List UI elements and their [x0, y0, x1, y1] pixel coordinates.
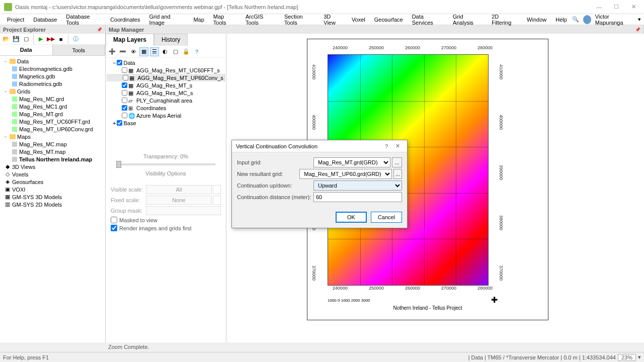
zoom-complete-status: Zoom Complete.: [108, 344, 149, 350]
pe-view-icon[interactable]: ▢: [22, 35, 30, 43]
tree-db-item[interactable]: Electromagnetics.gdb: [1, 65, 104, 72]
pe-play-icon[interactable]: ▶: [37, 35, 45, 43]
cancel-button[interactable]: Cancel: [371, 212, 402, 223]
pe-info-icon[interactable]: ⓘ: [71, 35, 79, 43]
tree-voxels[interactable]: ◇Voxels: [1, 170, 104, 178]
input-grid-browse-button[interactable]: ...: [392, 157, 402, 167]
masked-checkbox[interactable]: [111, 217, 117, 223]
tree-data-folder[interactable]: −Data: [1, 57, 104, 65]
tree-db-item[interactable]: Radiometrics.gdb: [1, 80, 104, 87]
mm-square-icon[interactable]: ▢: [171, 47, 180, 56]
fixed-scale-spin[interactable]: [213, 196, 221, 205]
tree-db-item[interactable]: Magnetics.gdb: [1, 72, 104, 80]
ok-button[interactable]: OK: [336, 212, 367, 223]
tab-history[interactable]: History: [154, 34, 188, 46]
layer-item[interactable]: ▦AGG_Mag_Res_MC_s: [107, 89, 225, 97]
layer-item[interactable]: ▱PLY_Curraghinalt area: [107, 97, 225, 104]
visible-scale-field[interactable]: All: [146, 185, 212, 194]
menu-window[interactable]: Window: [523, 16, 550, 24]
tree-map-item-active[interactable]: Tellus Northern Ireland.map: [1, 155, 104, 163]
layer-item[interactable]: ▦AGG_Mag_Res_MT_UP60Conv_s: [107, 74, 225, 81]
menu-map-tools[interactable]: Map Tools: [209, 13, 240, 27]
direction-label: Continuation up/down:: [237, 183, 313, 189]
tree-map-item[interactable]: Mag_Res_MC.map: [1, 140, 104, 148]
pin-icon[interactable]: 📌: [635, 27, 640, 32]
menu-help[interactable]: Help: [551, 16, 571, 24]
layer-item[interactable]: ⊞Coordinates: [107, 104, 225, 112]
menu-3dview[interactable]: 3D View: [319, 13, 347, 27]
zoom-dropdown-icon[interactable]: ▾: [638, 354, 641, 360]
maximize-button[interactable]: ☐: [610, 3, 623, 12]
tab-data[interactable]: Data: [0, 45, 53, 55]
mm-grid-icon[interactable]: ▦: [139, 47, 148, 56]
direction-select[interactable]: Upward: [313, 180, 402, 191]
group-mask-field[interactable]: [146, 206, 221, 215]
menu-grid-analysis[interactable]: Grid Analysis: [449, 13, 487, 27]
input-grid-select[interactable]: Mag_Res_MT.grd(GRD): [313, 157, 390, 167]
mm-shadow-icon[interactable]: ◐: [160, 47, 170, 56]
menu-project[interactable]: Project: [3, 16, 28, 24]
tree-geosurfaces[interactable]: ◈Geosurfaces: [1, 178, 104, 186]
tree-3dviews[interactable]: ◆3D Views: [1, 163, 104, 170]
menubar: Project Database Database Tools Coordina…: [0, 14, 644, 25]
visible-scale-spin[interactable]: [213, 185, 221, 194]
layer-item[interactable]: ▦AGG_Mag_Res_MT_UC60FFT_s: [107, 66, 225, 74]
tree-maps-folder[interactable]: −Maps: [1, 133, 104, 140]
tree-map-item[interactable]: Mag_Res_MT.map: [1, 148, 104, 155]
user-avatar[interactable]: [583, 15, 591, 24]
tree-voxi[interactable]: ▣VOXI: [1, 186, 104, 193]
pe-ff-icon[interactable]: ▶▶: [47, 35, 55, 43]
pe-stop-icon[interactable]: ■: [57, 35, 65, 43]
mm-add-icon[interactable]: ➕: [108, 47, 117, 56]
user-name: Victor Mapuranga: [595, 14, 634, 26]
transparency-slider[interactable]: [116, 163, 215, 165]
tree-grid-item[interactable]: Mag_Res_MT_UC60FFT.grd: [1, 118, 104, 125]
tree-gmsys3d[interactable]: ▦GM-SYS 3D Models: [1, 193, 104, 201]
tree-grid-item[interactable]: Mag_Res_MT.grd: [1, 110, 104, 118]
tab-map-layers[interactable]: Map Layers: [106, 34, 154, 46]
zoom-level[interactable]: 23%: [618, 354, 636, 361]
menu-data-services[interactable]: Data Services: [408, 13, 448, 27]
statusbar: For Help, press F1 | Data | TM65 / *Tran…: [0, 352, 644, 362]
close-button[interactable]: ✕: [627, 3, 640, 12]
user-dropdown-icon[interactable]: ▾: [638, 16, 641, 23]
dialog-help-button[interactable]: ?: [381, 143, 392, 149]
layer-item[interactable]: 🌐Azure Maps Aerial: [107, 112, 225, 119]
menu-arcgis-tools[interactable]: ArcGIS Tools: [242, 13, 279, 27]
distance-input[interactable]: [313, 192, 402, 202]
pe-save-icon[interactable]: 💾: [12, 35, 20, 43]
project-explorer-title: Project Explorer📌: [0, 25, 106, 34]
menu-2d-filtering[interactable]: 2D Filtering: [488, 13, 522, 27]
mm-help-icon[interactable]: ?: [192, 47, 201, 56]
menu-database-tools[interactable]: Database Tools: [62, 13, 105, 27]
mm-view-icon[interactable]: 👁: [129, 47, 138, 56]
fixed-scale-field[interactable]: None: [146, 196, 212, 205]
menu-map[interactable]: Map: [189, 16, 208, 24]
new-grid-browse-button[interactable]: ...: [393, 169, 402, 179]
tree-grid-item[interactable]: Mag_Res_MC.grd: [1, 95, 104, 103]
tree-grid-item[interactable]: Mag_Res_MC1.grd: [1, 103, 104, 110]
new-grid-select[interactable]: Mag_Res_MT_UP60.grd(GRD): [299, 169, 392, 179]
minimize-button[interactable]: —: [593, 3, 606, 12]
menu-grid-image[interactable]: Grid and Image: [145, 13, 188, 27]
layer-item[interactable]: ▦AGG_Mag_Res_MT_s: [107, 81, 225, 89]
layer-data-folder[interactable]: −Data: [107, 59, 225, 66]
tree-grid-item[interactable]: Mag_Res_MT_UP60Conv.grd: [1, 125, 104, 133]
menu-voxel[interactable]: Voxel: [348, 16, 369, 24]
pin-icon[interactable]: 📌: [97, 27, 102, 32]
menu-coordinates[interactable]: Coordinates: [106, 16, 144, 24]
pe-open-icon[interactable]: 📂: [2, 35, 10, 43]
tab-tools[interactable]: Tools: [53, 45, 106, 55]
mm-remove-icon[interactable]: ➖: [118, 47, 127, 56]
search-icon[interactable]: 🔍: [572, 16, 579, 23]
mm-layers-icon[interactable]: ☰: [150, 47, 159, 56]
render-first-checkbox[interactable]: [111, 225, 117, 231]
layer-base-folder[interactable]: +Base: [107, 119, 225, 127]
dialog-close-button[interactable]: ✕: [392, 143, 403, 149]
menu-database[interactable]: Database: [29, 16, 61, 24]
menu-geosurface[interactable]: Geosurface: [370, 16, 407, 24]
tree-gmsys2d[interactable]: ▥GM-SYS 2D Models: [1, 201, 104, 208]
tree-grids-folder[interactable]: −Grids: [1, 87, 104, 95]
mm-lock-icon[interactable]: 🔒: [182, 47, 191, 56]
menu-section-tools[interactable]: Section Tools: [280, 13, 318, 27]
